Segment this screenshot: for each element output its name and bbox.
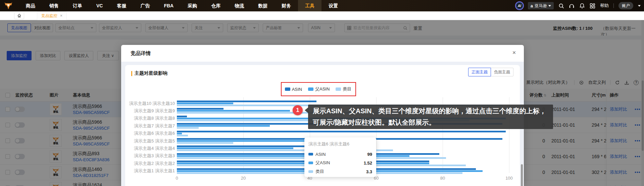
amazon-icon: a [531,4,533,8]
tooltip-series-label: ASIN [315,152,326,157]
notifications-bell-icon[interactable] [579,3,585,9]
nav-item-仓库[interactable]: 仓库 [204,0,228,11]
nav-item-商品[interactable]: 商品 [19,0,42,11]
nav-item-设置[interactable]: 设置 [321,0,345,11]
home-icon [17,13,21,18]
bar-父ASIN[interactable] [177,140,310,142]
x-axis-tick-label: 0 [170,176,184,181]
tab-close-icon[interactable]: × [60,13,62,18]
topbar: 商品销售订单VC客服广告FBA采购仓库物流数据财务工具设置 AI a 亚马逊 帮… [0,0,644,11]
tooltip-row: 类目3.3 [308,167,372,176]
tab-competitor-monitoring[interactable]: 竞品监控 × [37,11,67,20]
nav-item-财务[interactable]: 财务 [275,0,298,11]
bar-ASIN[interactable] [177,161,429,162]
tooltip-series-label: 类目 [315,169,324,175]
app-logo-icon [4,2,13,10]
category-label: 演示主题8 演示主题8 [125,116,175,121]
nav-item-工具[interactable]: 工具 [298,0,321,11]
account-menu[interactable]: 账户 [618,2,633,9]
nav-item-采购[interactable]: 采购 [181,0,204,11]
divider [613,3,614,8]
nav-item-订单[interactable]: 订单 [66,0,89,11]
chart-tooltip: 演示主题6 演示主题6 ASIN99父ASIN1.52类目3.3 [304,137,376,177]
search-icon[interactable] [558,3,564,9]
category-label: 演示主题1 演示主题1 [125,168,175,174]
tabbar: 竞品监控 × [0,11,644,20]
bar-类目[interactable] [177,135,188,136]
category-label: 演示主题7 演示主题7 [125,123,175,129]
topbar-right: AI a 亚马逊 帮助 账户 [516,0,641,11]
chevron-down-icon [548,5,551,7]
x-axis-tick-label: 20 [237,176,250,181]
bar-父ASIN[interactable] [177,163,429,164]
bar-父ASIN[interactable] [177,147,293,149]
nav-item-FBA[interactable]: FBA [157,0,181,11]
marketplace-label: 亚马逊 [535,3,547,9]
nav-item-客服[interactable]: 客服 [110,0,133,11]
category-label: 演示主题5 演示主题5 [125,138,175,144]
bar-父ASIN[interactable] [177,110,290,112]
bar-父ASIN[interactable] [177,125,270,127]
nav-item-VC[interactable]: VC [89,0,110,11]
modal-scrollbar-thumb[interactable] [521,164,523,186]
category-label: 演示主题10 演示主题10 [125,101,175,106]
nav-item-广告[interactable]: 广告 [133,0,157,11]
tooltip-color-chip [308,162,313,164]
tooltip-title: 演示主题6 演示主题6 [308,141,372,147]
bar-父ASIN[interactable] [177,103,233,104]
x-axis-tick-label: 100 [502,176,516,181]
main-nav: 商品销售订单VC客服广告FBA采购仓库物流数据财务工具设置 [19,0,345,11]
modal-title: 竞品详情 [131,50,151,57]
nav-item-销售[interactable]: 销售 [42,0,66,11]
modal-close-icon[interactable]: × [510,48,518,57]
category-label: 演示主题2 演示主题2 [125,161,175,166]
tooltip-row: 父ASIN1.52 [308,159,372,167]
annotation-step-badge: 1 [293,105,303,115]
tooltip-color-chip [308,153,313,156]
nav-item-物流[interactable]: 物流 [228,0,251,11]
bar-ASIN[interactable] [177,116,187,117]
category-label: 演示主题4 演示主题4 [125,146,175,151]
bar-ASIN[interactable] [177,101,316,102]
category-label: 演示主题6 演示主题6 [125,131,175,136]
bar-类目[interactable] [177,127,199,129]
x-axis-tick-label: 80 [436,176,449,181]
marketplace-switcher[interactable]: a 亚马逊 [528,2,554,9]
account-chevron-down-icon[interactable] [638,5,641,7]
ai-assistant-button[interactable]: AI [516,2,523,9]
tab-label: 竞品监控 [41,13,57,19]
nav-item-数据[interactable]: 数据 [251,0,275,11]
headset-icon[interactable] [569,3,575,9]
category-label: 演示主题3 演示主题3 [125,153,175,159]
bar-ASIN[interactable] [177,145,327,147]
tooltip-series-value: 1.52 [364,161,372,166]
tooltip-series-value: 99 [367,152,372,157]
tooltip-series-label: 父ASIN [315,160,330,166]
tooltip-color-chip [308,170,313,173]
category-label: 演示主题9 演示主题9 [125,108,175,114]
positive-theme-button[interactable]: 正面主题 [468,68,491,76]
apps-grid-icon[interactable] [590,3,595,9]
bar-ASIN[interactable] [177,108,224,110]
tooltip-row: ASIN99 [308,150,372,159]
bar-类目[interactable] [177,142,233,144]
help-link[interactable]: 帮助 [600,3,609,9]
bar-父ASIN[interactable] [177,133,182,134]
tooltip-series-value: 3.3 [366,169,372,174]
account-label: 账户 [622,3,630,9]
annotation-text-box: 展示ASIN、父ASIN、类目三个维度对星级的影响，通过点击三个维度的上标，可展… [308,105,553,129]
bar-ASIN[interactable] [177,131,506,132]
home-tab-button[interactable] [14,12,24,19]
